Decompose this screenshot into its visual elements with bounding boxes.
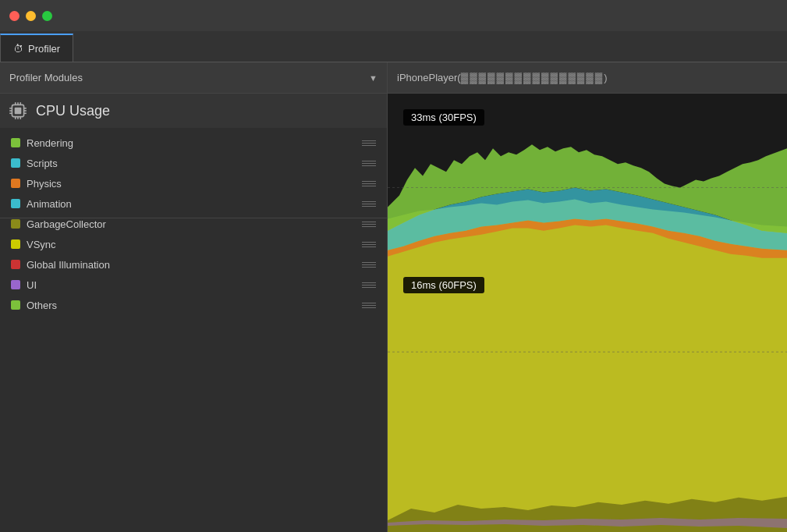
legend-item-label: Rendering [27, 137, 73, 149]
profiler-tab-label: Profiler [28, 43, 60, 55]
legend-item-label: VSync [27, 239, 56, 250]
right-header-close: ) [604, 72, 607, 83]
legend-item[interactable]: Physics [0, 173, 387, 193]
legend-item-label: Animation [27, 198, 72, 210]
legend-color-box [11, 239, 20, 249]
legend-item[interactable]: Global Illumination [0, 254, 387, 275]
right-header-label: iPhonePlayer( [397, 72, 461, 83]
fps-16ms-badge: 16ms (60FPS) [403, 277, 484, 293]
legend-item-label: UI [27, 279, 37, 291]
legend-color-box [11, 219, 20, 229]
drag-handle-icon[interactable] [362, 282, 376, 288]
legend-item-label: Scripts [27, 158, 58, 169]
modules-header: Profiler Modules ▼ [0, 62, 387, 94]
cpu-icon [8, 101, 28, 121]
legend-item-label: Physics [27, 178, 62, 190]
legend-item[interactable]: Scripts [0, 153, 387, 173]
legend-item[interactable]: UI [0, 275, 387, 295]
legend-item-label: Others [27, 300, 57, 311]
main-area: Profiler Modules ▼ [0, 62, 787, 532]
left-panel: Profiler Modules ▼ [0, 62, 388, 532]
legend-color-box [11, 280, 20, 289]
drag-handle-icon[interactable] [362, 242, 376, 247]
drag-handle-icon[interactable] [362, 201, 376, 207]
drag-handle-icon[interactable] [362, 181, 376, 186]
drag-handle-icon[interactable] [362, 262, 376, 268]
cpu-section: CPU Usage RenderingScriptsPhysicsAnimati… [0, 94, 387, 218]
legend-color-box [11, 138, 20, 147]
cpu-usage-title: CPU Usage [36, 103, 110, 119]
profiler-tab[interactable]: ⏱ Profiler [0, 34, 73, 62]
drag-handle-icon[interactable] [362, 222, 376, 227]
legend-item[interactable]: GarbageCollector [0, 214, 387, 234]
legend-item[interactable]: VSync [0, 234, 387, 254]
legend-color-box [11, 300, 20, 310]
legend-item-label: Global Illumination [27, 259, 110, 271]
drag-handle-icon[interactable] [362, 140, 376, 146]
legend-item[interactable]: Rendering [0, 133, 387, 153]
legend-color-box [11, 179, 20, 188]
legend-item[interactable]: Animation [0, 193, 387, 214]
drag-handle-icon[interactable] [362, 303, 376, 308]
legend-color-box [11, 199, 20, 208]
minimize-button[interactable] [26, 11, 36, 21]
tabbar: ⏱ Profiler [0, 31, 787, 62]
fps-33ms-badge: 33ms (30FPS) [403, 109, 484, 126]
chart-area: 33ms (30FPS) 16ms (60FPS) [388, 94, 787, 532]
legend-color-box [11, 260, 20, 269]
legend-item-label: GarbageCollector [27, 218, 106, 230]
modules-dropdown-arrow[interactable]: ▼ [369, 73, 378, 83]
profiler-icon: ⏱ [13, 43, 23, 55]
right-header: iPhonePlayer( ▓▓▓▓▓▓▓▓▓▓▓▓▓▓▓▓ ) [388, 62, 787, 94]
titlebar [0, 0, 787, 31]
legend-item[interactable]: Others [0, 295, 387, 315]
legend-list: RenderingScriptsPhysicsAnimationGarbageC… [0, 128, 387, 320]
right-panel: iPhonePlayer( ▓▓▓▓▓▓▓▓▓▓▓▓▓▓▓▓ ) [388, 62, 787, 532]
legend-color-box [11, 158, 20, 168]
cpu-header: CPU Usage [0, 94, 387, 128]
svg-rect-1 [15, 108, 22, 115]
modules-header-label: Profiler Modules [9, 72, 83, 83]
profiler-chart [388, 94, 787, 532]
drag-handle-icon[interactable] [362, 161, 376, 166]
close-button[interactable] [9, 11, 19, 21]
right-header-blur: ▓▓▓▓▓▓▓▓▓▓▓▓▓▓▓▓ [461, 72, 604, 83]
maximize-button[interactable] [42, 11, 52, 21]
